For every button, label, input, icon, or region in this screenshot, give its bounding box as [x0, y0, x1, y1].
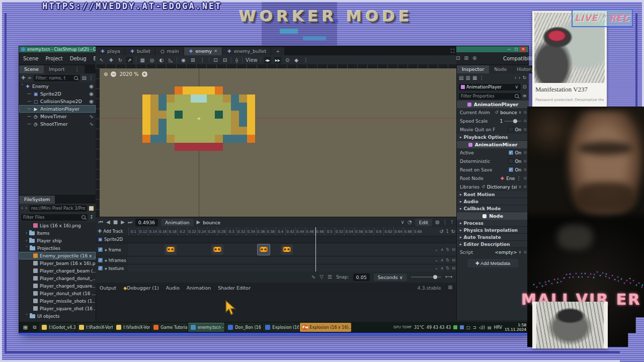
move-tool-icon[interactable]: ✚	[108, 57, 114, 63]
signal-icon[interactable]: ∿	[90, 122, 94, 127]
scene-node-collisionshape2d[interactable]: —▢CollisionShape2D◉	[19, 98, 96, 105]
keyframe[interactable]	[258, 244, 270, 255]
keyframe-add-icon[interactable]: ⊙	[523, 159, 527, 163]
keyframe-add-icon[interactable]: ⊙	[523, 176, 527, 180]
scene-tab-enemy[interactable]: ✚enemy✕	[184, 47, 222, 55]
grid-snap-icon[interactable]: ⊞	[190, 57, 196, 63]
track-name-hframes[interactable]: ✓◆hframes	[96, 256, 128, 264]
history-back-button[interactable]: ‹	[515, 75, 517, 80]
track-group-row[interactable]: ▣ Sprite2D	[96, 235, 456, 243]
track-enabled-checkbox[interactable]: ✓	[98, 247, 103, 252]
scene-node-enemy[interactable]: ˅✚Enemy◉	[19, 82, 96, 90]
onion-prev-icon[interactable]: ◂▸	[264, 57, 271, 63]
property-filter-input[interactable]: Filter Properties	[459, 93, 521, 100]
file-item[interactable]: Player_charged_beam (...	[19, 267, 96, 275]
keyframe[interactable]	[281, 244, 293, 255]
scene-node-sprite2d[interactable]: —▣Sprite2D◉	[19, 90, 96, 98]
filesystem-filter-input[interactable]: Filter Files	[21, 214, 88, 221]
onion-skinning-icon[interactable]: ◍	[435, 220, 440, 225]
menu-debug[interactable]: Debug	[70, 56, 87, 61]
snap-options-icon[interactable]: ⋮	[199, 57, 206, 63]
scene-tab-enemy_bullet[interactable]: ✚enemy_bullet	[222, 47, 271, 55]
property-value[interactable]: <empty>∨	[495, 250, 521, 255]
property-value[interactable]: ✚Ene⋮	[500, 176, 521, 181]
play-scene-button[interactable]: ⊡	[456, 56, 460, 61]
taskbar-item[interactable]: I:\VladniX-VortexCo...	[114, 323, 150, 332]
center-view-icon[interactable]: ⊛	[104, 72, 108, 77]
tray-window-icon[interactable]: ▢	[466, 325, 470, 330]
stop-anim-button[interactable]: ■	[113, 220, 118, 225]
view-menu-button[interactable]: View	[246, 57, 258, 63]
taskbar-item[interactable]: FwExplosion (16 x 16)...	[300, 323, 351, 332]
history-forward-button[interactable]: ›	[519, 75, 521, 80]
anim-options-button[interactable]: ⋮	[443, 220, 448, 225]
rotate-tool-icon[interactable]: ↻	[117, 57, 123, 63]
bone-icon[interactable]: ⟠	[234, 57, 239, 63]
scene-tab-bullet[interactable]: ✚bullet	[125, 47, 155, 55]
tray-volume-icon[interactable]: ◁))	[478, 325, 485, 330]
select-tool-icon[interactable]: ↖	[99, 57, 105, 63]
onion-settings-icon[interactable]: ⊙	[284, 57, 290, 63]
pivot-tool-icon[interactable]: ◎	[149, 57, 155, 63]
scene-tree-options-button[interactable]: ⋮	[89, 75, 94, 80]
track-lane-hframes[interactable]: ⌄∧↻⊟	[128, 256, 456, 264]
taskbar-item[interactable]: enemy.tscn - Class...	[188, 323, 224, 332]
delete-track-button[interactable]: ⊟	[452, 247, 455, 252]
file-item[interactable]: Player_charged_square...	[19, 282, 96, 290]
scene-tab-main[interactable]: ○main	[155, 47, 184, 55]
instance-scene-button[interactable]: ∞	[27, 75, 31, 80]
snap-value-field[interactable]: 0.05	[353, 274, 370, 281]
checkbox[interactable]	[508, 127, 514, 132]
property-group-process[interactable]: ▸Process	[457, 220, 529, 227]
save-resource-button[interactable]: ▦	[472, 75, 477, 80]
bottom-panel-debugger-[interactable]: ◆ Debugger (1)	[123, 285, 159, 291]
maximize-button[interactable]: ▢	[513, 47, 519, 52]
start-button[interactable]: ⊞	[21, 324, 30, 331]
keyframe-add-icon[interactable]: ⊙	[523, 127, 527, 132]
favorite-file-icon[interactable]	[89, 206, 94, 211]
lock-icon[interactable]: ⊡	[212, 57, 218, 63]
file-item[interactable]: Player_beam (16 x 16).p...	[19, 259, 96, 267]
scene-node-animationplayer[interactable]: —▶AnimationPlayer	[19, 105, 96, 113]
movie-maker-button[interactable]: ⊛	[472, 56, 476, 61]
interp-mode-dropdown[interactable]: ∧	[441, 247, 444, 252]
update-mode-dropdown[interactable]: ⌄	[435, 258, 438, 262]
play-custom-scene-button[interactable]: ⊞	[464, 56, 468, 61]
file-item[interactable]: ˅Projectiles	[19, 244, 96, 252]
bottom-panel-audio[interactable]: Audio	[166, 285, 180, 291]
file-item[interactable]: ˅UI objects	[19, 312, 96, 320]
anim-time-field[interactable]: 0.4936	[135, 219, 158, 226]
property-value[interactable]: 1	[500, 119, 522, 124]
property-group-audio[interactable]: ▸Audio	[457, 198, 529, 205]
scene-dock-options[interactable]: ⋮	[70, 65, 85, 73]
timeline-zoom-slider[interactable]	[411, 277, 441, 278]
checkbox[interactable]: ✓	[508, 167, 514, 172]
property-value[interactable]: Dictionary (si∨	[487, 185, 522, 190]
keyframe[interactable]	[211, 244, 223, 255]
keyframe-add-icon[interactable]: ⊙	[523, 150, 527, 155]
distraction-free-icon[interactable]: ⛶	[451, 49, 454, 54]
language-indicator[interactable]: HRV	[494, 325, 502, 330]
eye-icon[interactable]: ◉	[89, 92, 94, 97]
file-item[interactable]: ›Player ship	[19, 237, 96, 244]
add-metadata-button[interactable]: ✚ Add Metadata	[467, 259, 518, 267]
keyframe-add-icon[interactable]: ⊙	[523, 110, 527, 115]
loop-start-icon[interactable]: ↺	[439, 229, 443, 234]
delete-track-button[interactable]: ⊟	[452, 258, 455, 262]
property-value[interactable]: ✓On	[508, 167, 522, 172]
scene-tab-playa[interactable]: ✚playa	[96, 47, 125, 55]
eye-icon[interactable]: ◉	[89, 99, 94, 104]
keyframe-add-icon[interactable]: ⊙	[523, 250, 527, 254]
step-forward-button[interactable]: ▶	[121, 220, 125, 225]
bezier-toggle-icon[interactable]: ∿	[311, 275, 315, 280]
viewport-canvas[interactable]: ⊛ − 2020 % + ✛	[100, 68, 456, 217]
property-value[interactable]: bounce∨	[500, 110, 521, 115]
ruler-tool-icon[interactable]: ◺	[168, 57, 174, 63]
add-track-button[interactable]: ✚Add Track	[96, 227, 128, 236]
new-resource-button[interactable]: ▤	[459, 75, 463, 80]
loop-end-icon[interactable]: ↻	[451, 229, 455, 234]
edit-button[interactable]: Edit	[415, 219, 432, 226]
load-resource-button[interactable]: ▥	[465, 75, 470, 80]
property-group-playback-options[interactable]: ▸Playback Options	[457, 134, 529, 141]
property-group-physics-interpolation[interactable]: ▸Physics Interpolation	[457, 227, 529, 234]
